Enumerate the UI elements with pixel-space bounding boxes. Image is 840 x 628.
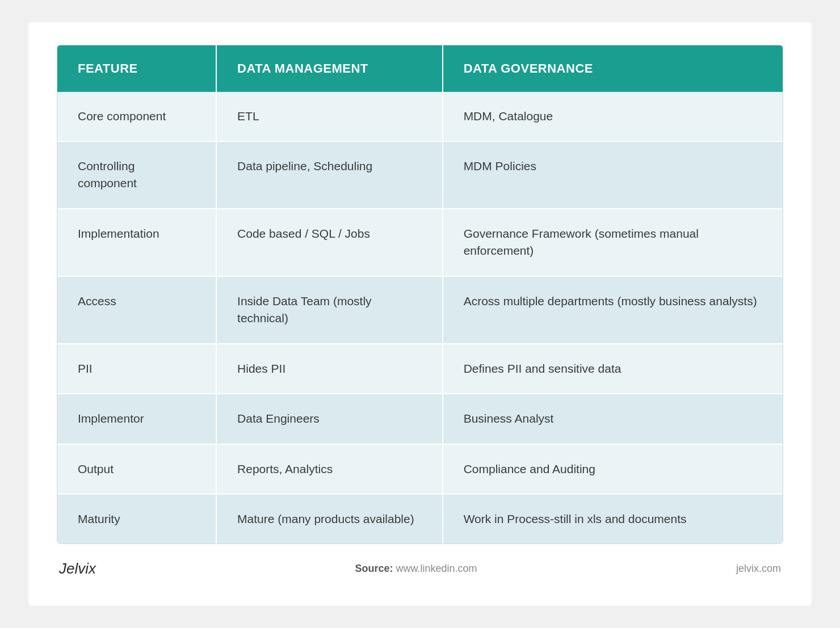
source-label: Source: [355,563,393,574]
cell-feature: PII [57,344,216,394]
table-row: AccessInside Data Team (mostly technical… [57,276,783,344]
table-row: PIIHides PIIDefines PII and sensitive da… [57,344,783,394]
cell-data-governance: Work in Process-still in xls and documen… [443,494,783,543]
cell-data-governance: Across multiple departments (mostly busi… [443,276,783,344]
cell-feature: Implementor [57,394,216,444]
source-url: www.linkedin.com [396,563,477,574]
cell-data-management: Mature (many products available) [216,494,443,543]
cell-data-management: Data Engineers [216,394,443,444]
header-data-management: DATA MANAGEMENT [216,45,443,92]
cell-data-management: Reports, Analytics [216,444,443,494]
cell-feature: Controlling component [57,141,216,209]
table-row: Controlling componentData pipeline, Sche… [57,141,783,209]
cell-data-governance: Compliance and Auditing [443,444,783,494]
cell-data-management: Data pipeline, Scheduling [216,141,443,209]
cell-feature: Output [57,444,216,494]
cell-data-management: ETL [216,92,443,141]
comparison-table-container: FEATURE DATA MANAGEMENT DATA GOVERNANCE … [57,45,783,545]
table-row: ImplementationCode based / SQL / JobsGov… [57,209,783,276]
brand-logo: Jelvix [59,560,96,578]
cell-data-governance: Defines PII and sensitive data [443,344,783,394]
cell-data-governance: MDM, Catalogue [443,92,783,141]
footer-source: Source: www.linkedin.com [355,563,477,575]
header-row: FEATURE DATA MANAGEMENT DATA GOVERNANCE [57,45,783,92]
cell-feature: Maturity [57,494,216,543]
cell-data-governance: MDM Policies [443,141,783,209]
cell-data-management: Hides PII [216,344,443,394]
cell-feature: Access [57,276,216,344]
comparison-table: FEATURE DATA MANAGEMENT DATA GOVERNANCE … [57,45,783,544]
cell-data-governance: Governance Framework (sometimes manual e… [443,209,783,276]
table-row: MaturityMature (many products available)… [57,494,783,543]
cell-feature: Implementation [57,209,216,276]
footer-website: jelvix.com [736,563,781,575]
header-data-governance: DATA GOVERNANCE [443,45,783,92]
cell-data-management: Code based / SQL / Jobs [216,209,443,276]
cell-data-management: Inside Data Team (mostly technical) [216,276,443,344]
page-wrapper: FEATURE DATA MANAGEMENT DATA GOVERNANCE … [28,22,812,606]
footer: Jelvix Source: www.linkedin.com jelvix.c… [57,560,783,578]
table-row: ImplementorData EngineersBusiness Analys… [57,394,783,444]
header-feature: FEATURE [57,45,216,92]
cell-data-governance: Business Analyst [443,394,783,444]
cell-feature: Core component [57,92,216,141]
table-body: Core componentETLMDM, CatalogueControlli… [57,92,783,544]
table-row: Core componentETLMDM, Catalogue [57,92,783,141]
table-row: OutputReports, AnalyticsCompliance and A… [57,444,783,494]
table-header: FEATURE DATA MANAGEMENT DATA GOVERNANCE [57,45,783,92]
